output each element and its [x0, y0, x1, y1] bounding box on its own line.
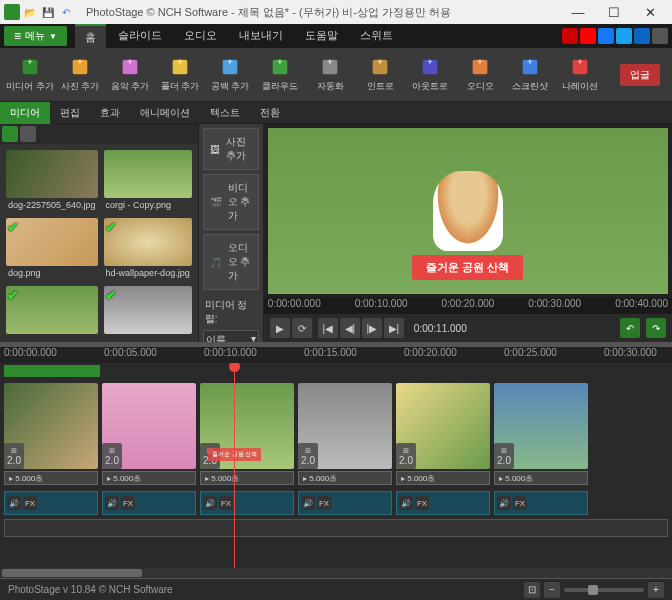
- qat-open-icon[interactable]: 📂: [22, 4, 38, 20]
- fx-icon[interactable]: FX: [317, 496, 331, 510]
- prev-frame-button[interactable]: ◀|: [340, 318, 360, 338]
- clip-transition-icon[interactable]: ⊞2.0: [494, 443, 514, 469]
- add-media-icon[interactable]: [2, 126, 18, 142]
- goto-end-button[interactable]: ▶|: [384, 318, 404, 338]
- social-icon-5[interactable]: [652, 28, 668, 44]
- qat-save-icon[interactable]: 💾: [40, 4, 56, 20]
- play-button[interactable]: ▶: [270, 318, 290, 338]
- social-icon-1[interactable]: [580, 28, 596, 44]
- subtab-미디어[interactable]: 미디어: [0, 102, 50, 124]
- next-frame-button[interactable]: |▶: [362, 318, 382, 338]
- add-aud-button[interactable]: 🎵오디오 추가: [203, 234, 259, 290]
- toolbar-폴더 추가[interactable]: +폴더 추가: [156, 51, 204, 99]
- goto-start-button[interactable]: |◀: [318, 318, 338, 338]
- fx-icon[interactable]: FX: [219, 496, 233, 510]
- app-menu-button[interactable]: 메뉴▼: [4, 26, 67, 46]
- add-vid-button[interactable]: 🎬비디오 추가: [203, 174, 259, 230]
- timeline-clip[interactable]: ⊞2.0▸ 5.000초: [102, 383, 196, 485]
- fx-icon[interactable]: FX: [121, 496, 135, 510]
- minimize-button[interactable]: ―: [560, 0, 596, 24]
- toolbar-인트로[interactable]: +인트로: [356, 51, 404, 99]
- menu-tab-도움말[interactable]: 도움말: [295, 24, 348, 49]
- toolbar-클라우드[interactable]: +클라우드: [256, 51, 304, 99]
- subtab-효과[interactable]: 효과: [90, 102, 130, 124]
- clip-transition-icon[interactable]: ⊞2.0: [4, 443, 24, 469]
- redo-button[interactable]: ↷: [646, 318, 666, 338]
- fx-icon[interactable]: FX: [513, 496, 527, 510]
- clip-duration[interactable]: ▸ 5.000초: [4, 471, 98, 485]
- menu-tab-슬라이드[interactable]: 슬라이드: [108, 24, 172, 49]
- media-thumb[interactable]: corgi - Copy.png: [104, 150, 192, 212]
- menu-tab-내보내기[interactable]: 내보내기: [229, 24, 293, 49]
- timeline-scrollbar[interactable]: [0, 568, 672, 578]
- speaker-icon[interactable]: 🔊: [399, 496, 413, 510]
- clip-duration[interactable]: ▸ 5.000초: [494, 471, 588, 485]
- clip-duration[interactable]: ▸ 5.000초: [298, 471, 392, 485]
- speaker-icon[interactable]: 🔊: [203, 496, 217, 510]
- subtab-애니메이션[interactable]: 애니메이션: [130, 102, 200, 124]
- media-thumb[interactable]: ✔: [6, 286, 98, 338]
- audio-clip[interactable]: 🔊FX: [494, 491, 588, 515]
- speaker-icon[interactable]: 🔊: [105, 496, 119, 510]
- empty-track[interactable]: [4, 519, 668, 537]
- zoom-slider[interactable]: [564, 588, 644, 592]
- subtab-전환[interactable]: 전환: [250, 102, 290, 124]
- upgrade-button[interactable]: 업글: [620, 64, 660, 86]
- preview-viewport[interactable]: 즐거운 공원 산책: [268, 128, 668, 294]
- clip-transition-icon[interactable]: ⊞2.0: [396, 443, 416, 469]
- speaker-icon[interactable]: 🔊: [301, 496, 315, 510]
- toolbar-음악 추가[interactable]: +음악 추가: [106, 51, 154, 99]
- timeline-ruler[interactable]: 0:00:00.0000:00:05.0000:00:10.0000:00:15…: [0, 347, 672, 363]
- audio-clip[interactable]: 🔊FX: [396, 491, 490, 515]
- zoom-in-button[interactable]: +: [648, 582, 664, 598]
- subtab-편집[interactable]: 편집: [50, 102, 90, 124]
- toolbar-미디어 추가[interactable]: +미디어 추가: [6, 51, 54, 99]
- add-media-icon-2[interactable]: [20, 126, 36, 142]
- audio-clip[interactable]: 🔊FX: [298, 491, 392, 515]
- timeline-clip[interactable]: ⊞2.0▸ 5.000초: [396, 383, 490, 485]
- timeline-clip[interactable]: ⊞2.0▸ 5.000초: [4, 383, 98, 485]
- fx-icon[interactable]: FX: [415, 496, 429, 510]
- subtab-텍스트[interactable]: 텍스트: [200, 102, 250, 124]
- social-icon-3[interactable]: [616, 28, 632, 44]
- toolbar-스크린샷[interactable]: +스크린샷: [506, 51, 554, 99]
- social-icon-0[interactable]: [562, 28, 578, 44]
- toolbar-자동화[interactable]: +자동화: [306, 51, 354, 99]
- undo-button[interactable]: ↶: [620, 318, 640, 338]
- playhead[interactable]: [234, 363, 235, 568]
- toolbar-나레이션[interactable]: +나레이션: [556, 51, 604, 99]
- media-thumb[interactable]: ✔hd-wallpaper-dog.jpg: [104, 218, 192, 280]
- social-icon-4[interactable]: [634, 28, 650, 44]
- maximize-button[interactable]: ☐: [596, 0, 632, 24]
- clip-duration[interactable]: ▸ 5.000초: [200, 471, 294, 485]
- audio-clip[interactable]: 🔊FX: [102, 491, 196, 515]
- timeline-clip[interactable]: ⊞2.0▸ 5.000초: [298, 383, 392, 485]
- close-button[interactable]: ✕: [632, 0, 668, 24]
- title-track-clip[interactable]: [4, 365, 100, 377]
- clip-duration[interactable]: ▸ 5.000초: [396, 471, 490, 485]
- timeline-clip[interactable]: ⊞2.0▸ 5.000초: [494, 383, 588, 485]
- media-thumb[interactable]: ✔: [104, 286, 192, 338]
- toolbar-사진 추가[interactable]: +사진 추가: [56, 51, 104, 99]
- toolbar-오디오[interactable]: +오디오: [456, 51, 504, 99]
- menu-tab-홈[interactable]: 홈: [75, 24, 106, 49]
- menu-tab-오디오[interactable]: 오디오: [174, 24, 227, 49]
- audio-clip[interactable]: 🔊FX: [4, 491, 98, 515]
- fx-icon[interactable]: FX: [23, 496, 37, 510]
- clip-transition-icon[interactable]: ⊞2.0: [102, 443, 122, 469]
- audio-clip[interactable]: 🔊FX: [200, 491, 294, 515]
- toolbar-아웃트로[interactable]: +아웃트로: [406, 51, 454, 99]
- clip-transition-icon[interactable]: ⊞2.0: [298, 443, 318, 469]
- media-thumb[interactable]: dog-2257505_640.jpg: [6, 150, 98, 212]
- clip-duration[interactable]: ▸ 5.000초: [102, 471, 196, 485]
- social-icon-2[interactable]: [598, 28, 614, 44]
- loop-button[interactable]: ⟳: [292, 318, 312, 338]
- speaker-icon[interactable]: 🔊: [497, 496, 511, 510]
- speaker-icon[interactable]: 🔊: [7, 496, 21, 510]
- qat-app-icon[interactable]: [4, 4, 20, 20]
- timeline-clip[interactable]: ⊞2.0즐거운 공원 산책▸ 5.000초: [200, 383, 294, 485]
- qat-undo-icon[interactable]: ↶: [58, 4, 74, 20]
- preview-ruler[interactable]: 0:00:00.0000:00:10.0000:00:20.0000:00:30…: [264, 298, 672, 314]
- zoom-out-button[interactable]: −: [544, 582, 560, 598]
- add-img-button[interactable]: 🖼사진 추가: [203, 128, 259, 170]
